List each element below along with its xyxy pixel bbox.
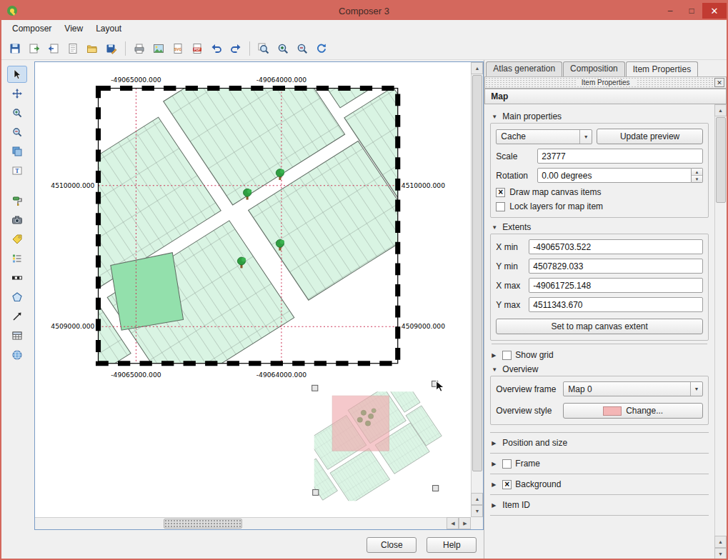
item-id-header[interactable]: ▶ Item ID — [490, 495, 709, 516]
extents-header[interactable]: ▼ Extents — [492, 222, 707, 232]
canvas-vertical-scrollbar[interactable]: ▲ ▲ ▼ — [471, 62, 483, 517]
cursor-icon — [11, 69, 23, 80]
globe-icon — [11, 349, 23, 361]
selection-handle-top-left[interactable] — [312, 385, 318, 391]
zoom-in-tool[interactable] — [7, 104, 27, 121]
add-scalebar-tool[interactable] — [7, 269, 27, 286]
rotation-input[interactable] — [537, 168, 692, 183]
panel-scroll-up-arrow-2[interactable]: ▲ — [714, 536, 727, 548]
select-move-item-tool[interactable] — [7, 66, 27, 83]
import-template-icon[interactable] — [44, 39, 63, 58]
pdf-icon: PDF — [191, 42, 204, 55]
open-folder-icon[interactable] — [83, 39, 101, 58]
title-bar[interactable]: Composer 3 – □ ✕ — [1, 1, 727, 20]
panel-scroll-thumb[interactable] — [716, 117, 726, 203]
overview-style-change-button[interactable]: Change... — [563, 403, 703, 419]
add-north-arrow-tool[interactable] — [7, 192, 27, 209]
rotation-spinner[interactable]: ▲▼ — [692, 168, 703, 183]
scale-input[interactable] — [537, 149, 703, 164]
zoom-full-icon[interactable] — [254, 39, 273, 58]
draw-map-canvas-items-checkbox[interactable]: × — [496, 188, 505, 197]
export-image-icon[interactable] — [149, 39, 168, 58]
frame-header[interactable]: ▶ Frame — [490, 454, 709, 474]
background-header[interactable]: ▶ × Background — [490, 474, 709, 495]
save-icon[interactable] — [6, 39, 24, 58]
save-as-icon[interactable] — [102, 39, 121, 58]
redo-arrow-icon — [229, 42, 242, 55]
dock-close-icon[interactable]: ✕ — [714, 78, 724, 87]
print-icon[interactable] — [130, 39, 149, 58]
pan-tool[interactable] — [7, 85, 27, 102]
add-basic-shape-tool[interactable] — [7, 289, 27, 306]
x-min-input[interactable] — [529, 239, 703, 254]
scroll-down-arrow[interactable]: ▼ — [471, 505, 483, 517]
svg-text:T: T — [15, 168, 19, 174]
show-grid-header[interactable]: ▶ Show grid — [492, 344, 707, 360]
zoom-in-glass-icon — [276, 42, 289, 55]
lock-layers-checkbox[interactable] — [496, 202, 505, 211]
tab-atlas-generation[interactable]: Atlas generation — [486, 61, 562, 76]
scroll-up-arrow-2[interactable]: ▲ — [471, 493, 483, 505]
close-button[interactable]: Close — [367, 537, 417, 553]
spin-down-icon[interactable]: ▼ — [692, 176, 702, 182]
scrollbar-corner — [471, 517, 483, 529]
preview-mode-combobox[interactable]: Cache ▼ — [496, 129, 592, 144]
scroll-left-arrow[interactable]: ◀ — [447, 517, 459, 529]
set-to-map-canvas-extent-button[interactable]: Set to map canvas extent — [496, 319, 703, 334]
undo-icon[interactable] — [207, 39, 226, 58]
add-new-legend-tool[interactable] — [7, 250, 27, 267]
page-setup-icon[interactable] — [64, 39, 82, 58]
add-html-frame-tool[interactable] — [7, 346, 27, 364]
horizontal-scroll-thumb[interactable] — [164, 519, 242, 529]
help-button[interactable]: Help — [427, 537, 477, 553]
add-attribute-table-tool[interactable] — [7, 327, 27, 344]
update-preview-button[interactable]: Update preview — [597, 129, 703, 144]
redo-icon[interactable] — [226, 39, 245, 58]
panel-vertical-scrollbar[interactable]: ▲ ▲ ▼ — [714, 104, 727, 560]
map-item[interactable]: -49065000.000 -49064000.000 -49065000.00… — [35, 62, 472, 430]
show-grid-checkbox[interactable] — [502, 351, 512, 360]
overview-map-item[interactable] — [287, 375, 447, 515]
add-new-map-tool[interactable] — [7, 143, 27, 160]
background-checkbox[interactable]: × — [502, 480, 512, 489]
menu-composer[interactable]: Composer — [6, 21, 58, 36]
add-arrow-tool[interactable] — [7, 308, 27, 325]
export-pdf-icon[interactable]: PDF — [188, 39, 206, 58]
export-svg-icon[interactable]: SVG — [169, 39, 187, 58]
tab-item-properties[interactable]: Item Properties — [626, 61, 698, 76]
svg-text:-49064000.000: -49064000.000 — [256, 372, 307, 379]
overview-frame-combobox[interactable]: Map 0 ▼ — [563, 381, 703, 396]
composer-canvas[interactable]: -49065000.000 -49064000.000 -49065000.00… — [34, 61, 484, 530]
panel-scroll-up-arrow[interactable]: ▲ — [714, 104, 727, 116]
zoom-out-icon[interactable] — [293, 39, 311, 58]
collapse-triangle-icon: ▶ — [492, 440, 499, 446]
position-and-size-header[interactable]: ▶ Position and size — [490, 432, 709, 454]
spin-up-icon[interactable]: ▲ — [692, 169, 702, 176]
zoom-in-icon[interactable] — [274, 39, 292, 58]
frame-checkbox[interactable] — [502, 459, 512, 469]
composition-page[interactable]: -49065000.000 -49064000.000 -49065000.00… — [35, 62, 472, 517]
menu-view[interactable]: View — [58, 21, 89, 36]
y-min-input[interactable] — [529, 259, 703, 274]
camera-icon — [11, 214, 23, 226]
canvas-horizontal-scrollbar[interactable]: ◀ ▶ — [35, 517, 472, 529]
tab-composition[interactable]: Composition — [563, 61, 625, 76]
overview-header[interactable]: ▼ Overview — [492, 364, 707, 374]
refresh-view-icon[interactable] — [312, 39, 331, 58]
menu-layout[interactable]: Layout — [89, 21, 128, 36]
dock-title-bar[interactable]: Item Properties ✕ — [484, 76, 727, 89]
zoom-out-tool[interactable] — [7, 124, 27, 141]
x-max-input[interactable] — [529, 278, 703, 293]
selection-handle-bottom-left[interactable] — [313, 489, 319, 495]
add-tag-tool[interactable] — [7, 231, 27, 248]
selection-handle-bottom-right[interactable] — [432, 486, 438, 491]
y-max-input[interactable] — [529, 297, 703, 312]
add-image-tool[interactable] — [7, 211, 27, 229]
main-properties-header[interactable]: ▼ Main properties — [492, 111, 707, 121]
panel-scroll-down-arrow[interactable]: ▼ — [714, 548, 727, 560]
scroll-right-arrow[interactable]: ▶ — [459, 517, 471, 529]
add-new-label-tool[interactable]: T — [7, 162, 27, 179]
scroll-up-arrow[interactable]: ▲ — [471, 62, 483, 74]
export-template-icon[interactable] — [25, 39, 44, 58]
vertical-scroll-thumb[interactable] — [472, 75, 482, 471]
